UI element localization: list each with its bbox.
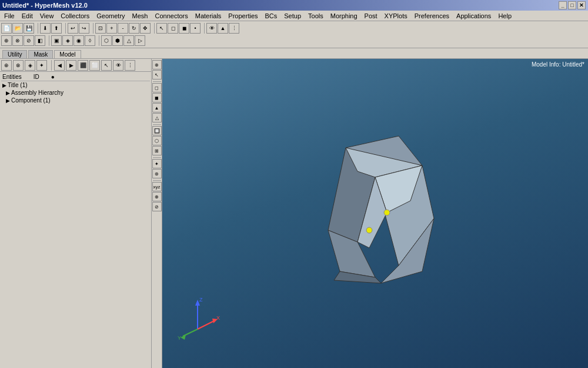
panel-btn-7[interactable]: ⬛ xyxy=(78,60,88,71)
panel-btn-3[interactable]: ◈ xyxy=(25,60,35,71)
svg-line-14 xyxy=(198,320,215,329)
panel-btn-6[interactable]: ▶ xyxy=(66,60,76,71)
vt-btn-11[interactable]: ⊛ xyxy=(152,169,162,178)
tb-import[interactable]: ⬇ xyxy=(40,23,51,34)
tree-item-label: Title (1) xyxy=(8,82,28,88)
vt-sep1 xyxy=(153,81,161,82)
menu-connectors[interactable]: Connectors xyxy=(152,12,191,20)
tb2-11[interactable]: △ xyxy=(123,35,134,46)
tb-shading[interactable]: ▲ xyxy=(218,23,228,34)
vt-btn-5[interactable]: ▲ xyxy=(152,103,162,112)
panel-btn-5[interactable]: ◀ xyxy=(54,60,65,71)
svg-point-9 xyxy=(384,210,390,216)
tree-item-assembly[interactable]: ▶ Assembly Hierarchy xyxy=(1,89,150,97)
panel-btn-4[interactable]: ✦ xyxy=(36,60,47,71)
menu-applications[interactable]: Applications xyxy=(453,12,494,20)
vt-btn-2[interactable]: ↖ xyxy=(152,70,162,79)
tb-mesh-view[interactable]: ⋮ xyxy=(229,23,239,34)
tab-bar: Utility Mask Model xyxy=(0,48,588,59)
menu-view[interactable]: View xyxy=(37,12,57,20)
tb2-5[interactable]: ▣ xyxy=(51,35,62,46)
menu-xyplots[interactable]: XYPlots xyxy=(382,12,410,20)
vt-btn-3[interactable]: ◻ xyxy=(152,83,162,92)
menu-bcs[interactable]: BCs xyxy=(262,12,280,20)
tree-header: Entities ID ● xyxy=(1,73,150,81)
menu-geometry[interactable]: Geometry xyxy=(93,12,128,20)
vt-btn-9[interactable]: ⊞ xyxy=(152,146,162,155)
tb-open[interactable]: 📂 xyxy=(12,23,23,34)
col-dot: ● xyxy=(51,74,55,80)
tb2-8[interactable]: ◊ xyxy=(85,35,95,46)
tb-rotate[interactable]: ↻ xyxy=(129,23,139,34)
tree-item-component[interactable]: ▶ Component (1) xyxy=(1,97,150,104)
left-panel: ⊕ ⊗ ◈ ✦ ◀ ▶ ⬛ ⬜ ↖ 👁 ⋮ Entities ID ● ▶ Ti… xyxy=(0,59,152,368)
vt-btn-12[interactable]: xyz xyxy=(152,182,162,191)
tab-utility[interactable]: Utility xyxy=(2,50,27,58)
tb-new[interactable]: 📄 xyxy=(1,23,12,34)
svg-line-17 xyxy=(183,329,198,336)
tb-sep4 xyxy=(152,23,155,34)
menu-morphing[interactable]: Morphing xyxy=(328,12,360,20)
panel-btn-1[interactable]: ⊕ xyxy=(1,60,12,71)
tb-face[interactable]: ◼ xyxy=(179,23,189,34)
menu-preferences[interactable]: Preferences xyxy=(412,12,452,20)
tb2-10[interactable]: ⬢ xyxy=(112,35,123,46)
viewport[interactable]: Model Info: Untitled* xyxy=(162,59,588,368)
vt-btn-7[interactable]: 🔲 xyxy=(152,126,162,135)
tb2-7[interactable]: ◉ xyxy=(74,35,84,46)
menu-setup[interactable]: Setup xyxy=(281,12,304,20)
vt-btn-10[interactable]: ✦ xyxy=(152,159,162,168)
tree-item-title[interactable]: ▶ Title (1) xyxy=(1,81,150,89)
coordinate-axes: Z X Y xyxy=(174,294,221,341)
vt-sep4 xyxy=(153,180,161,181)
vt-btn-13[interactable]: ⊕ xyxy=(152,192,162,201)
tb-zoom-fit[interactable]: ⊡ xyxy=(95,23,106,34)
tb-zoom-out[interactable]: - xyxy=(118,23,128,34)
menu-tools[interactable]: Tools xyxy=(305,12,326,20)
vt-btn-4[interactable]: ◼ xyxy=(152,93,162,102)
tb2-12[interactable]: ▷ xyxy=(135,35,145,46)
menu-materials[interactable]: Materials xyxy=(192,12,225,20)
tb-sep1 xyxy=(36,23,38,34)
tb-pan[interactable]: ✥ xyxy=(140,23,151,34)
menu-file[interactable]: File xyxy=(1,12,18,20)
vt-btn-6[interactable]: △ xyxy=(152,113,162,122)
vt-btn-8[interactable]: ⬡ xyxy=(152,136,162,145)
tb-redo[interactable]: ↪ xyxy=(79,23,89,34)
tab-mask[interactable]: Mask xyxy=(28,50,53,58)
tb-sep5 xyxy=(202,23,205,34)
menu-mesh[interactable]: Mesh xyxy=(129,12,151,20)
tb-zoom-in[interactable]: + xyxy=(106,23,117,34)
panel-btn-eye[interactable]: 👁 xyxy=(113,60,123,71)
panel-btn-2[interactable]: ⊗ xyxy=(13,60,24,71)
vt-btn-1[interactable]: ⊕ xyxy=(152,60,162,69)
tb-undo[interactable]: ↩ xyxy=(68,23,78,34)
minimize-button[interactable]: _ xyxy=(559,1,567,9)
vt-btn-14[interactable]: ⊘ xyxy=(152,202,162,211)
close-button[interactable]: ✕ xyxy=(577,1,586,9)
menu-edit[interactable]: Edit xyxy=(19,12,36,20)
menu-properties[interactable]: Properties xyxy=(225,12,260,20)
tab-model[interactable]: Model xyxy=(54,50,81,58)
maximize-button[interactable]: □ xyxy=(568,1,576,9)
tb-edge[interactable]: ◻ xyxy=(168,23,178,34)
tb2-2[interactable]: ⊗ xyxy=(12,35,23,46)
tb2-6[interactable]: ◈ xyxy=(62,35,73,46)
menu-help[interactable]: Help xyxy=(495,12,514,20)
tb2-3[interactable]: ⊘ xyxy=(24,35,34,46)
tb2-4[interactable]: ◧ xyxy=(35,35,45,46)
tb-display[interactable]: 👁 xyxy=(206,23,217,34)
tb2-sep1 xyxy=(47,35,49,46)
tb2-9[interactable]: ⬡ xyxy=(101,35,112,46)
menu-collectors[interactable]: Collectors xyxy=(58,12,92,20)
tb2-1[interactable]: ⊕ xyxy=(1,35,12,46)
tb-select[interactable]: ↖ xyxy=(156,23,167,34)
menu-post[interactable]: Post xyxy=(362,12,380,20)
panel-btn-arrow[interactable]: ↖ xyxy=(101,60,112,71)
tb-node[interactable]: • xyxy=(190,23,201,34)
svg-text:Y: Y xyxy=(178,335,181,341)
tb-export[interactable]: ⬆ xyxy=(51,23,62,34)
panel-btn-mesh[interactable]: ⋮ xyxy=(125,60,135,71)
tb-save[interactable]: 💾 xyxy=(24,23,34,34)
panel-btn-8[interactable]: ⬜ xyxy=(89,60,100,71)
